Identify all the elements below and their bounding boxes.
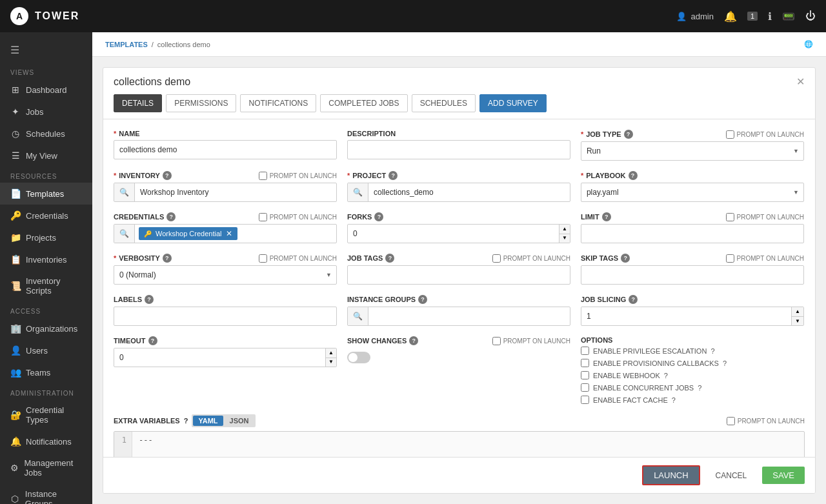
credentials-help-icon[interactable]: ? [166, 212, 176, 221]
option-concurrent-checkbox[interactable] [581, 383, 589, 392]
verbosity-prompt-checkbox[interactable] [259, 254, 267, 263]
info-icon[interactable]: ℹ [768, 10, 772, 23]
tab-add-survey[interactable]: ADD SURVEY [479, 94, 547, 112]
globe-icon[interactable]: 🌐 [804, 40, 813, 48]
json-tab[interactable]: JSON [225, 416, 254, 426]
breadcrumb-parent-link[interactable]: TEMPLATES [105, 41, 148, 48]
sidebar-item-organizations[interactable]: 🏢 Organizations [0, 318, 92, 339]
option-fact-cache-help-icon[interactable]: ? [672, 396, 676, 404]
forks-increment[interactable]: ▲ [559, 225, 570, 234]
verbosity-select[interactable]: 0 (Normal) 1 (Verbose) 2 (More Verbose) … [114, 265, 337, 285]
job-slicing-help-icon[interactable]: ? [629, 295, 638, 304]
sidebar-item-templates[interactable]: 📄 Templates [0, 183, 92, 205]
yaml-tab[interactable]: YAML [193, 416, 223, 426]
credentials-search-button[interactable]: 🔍 [114, 225, 135, 243]
sidebar-item-credentials[interactable]: 🔑 Credentials [0, 205, 92, 227]
credentials-prompt-checkbox[interactable] [259, 213, 267, 221]
job-type-select[interactable]: Run Check [581, 141, 804, 161]
bell-icon[interactable]: 🔔 [724, 10, 737, 23]
sidebar-item-jobs[interactable]: ✦ Jobs [0, 101, 92, 123]
project-input[interactable] [368, 183, 570, 201]
timeout-help-icon[interactable]: ? [148, 336, 157, 345]
job-tags-input[interactable] [347, 265, 570, 285]
inventory-search-button[interactable]: 🔍 [114, 183, 135, 201]
description-input[interactable] [347, 140, 570, 159]
option-webhook-checkbox[interactable] [581, 371, 589, 379]
timeout-increment[interactable]: ▲ [326, 348, 336, 358]
option-concurrent-help-icon[interactable]: ? [698, 384, 701, 392]
sidebar-item-instance-groups[interactable]: ⬡ Instance Groups [0, 483, 92, 504]
extra-vars-prompt-checkbox[interactable] [727, 417, 735, 425]
job-tags-prompt-checkbox[interactable] [492, 254, 501, 263]
sidebar-item-users[interactable]: 👤 Users [0, 339, 92, 361]
tab-completed-jobs[interactable]: COMPLETED JOBS [320, 94, 407, 112]
launch-button[interactable]: LAUNCH [642, 465, 700, 485]
job-tags-help-icon[interactable]: ? [385, 254, 394, 263]
sidebar-item-dashboard[interactable]: ⊞ Dashboard [0, 79, 92, 101]
inventory-help-icon[interactable]: ? [163, 171, 172, 180]
limit-input[interactable] [581, 224, 804, 243]
option-privilege-help-icon[interactable]: ? [710, 347, 714, 355]
show-changes-prompt-checkbox[interactable] [492, 337, 501, 345]
sidebar-item-schedules[interactable]: ◷ Schedules [0, 123, 92, 145]
sidebar-item-notifications[interactable]: 🔔 Notifications [0, 430, 92, 452]
inventory-input[interactable] [135, 183, 336, 201]
option-provisioning-checkbox[interactable] [581, 359, 589, 367]
sidebar-section-resources: RESOURCES [0, 166, 92, 183]
credential-tag-remove[interactable]: ✕ [226, 229, 232, 238]
job-slicing-input[interactable] [581, 307, 791, 325]
form-close-button[interactable]: ✕ [796, 76, 805, 88]
limit-help-icon[interactable]: ? [602, 212, 611, 221]
sidebar-item-projects[interactable]: 📁 Projects [0, 227, 92, 248]
extra-vars-help-icon[interactable]: ? [184, 417, 188, 425]
skip-tags-input[interactable] [581, 265, 804, 285]
tab-permissions[interactable]: PERMISSIONS [166, 94, 236, 112]
show-changes-toggle[interactable] [347, 352, 370, 363]
inventory-prompt-checkbox[interactable] [259, 172, 267, 180]
job-slicing-increment[interactable]: ▲ [792, 307, 803, 317]
sidebar-item-management-jobs[interactable]: ⚙ Management Jobs [0, 452, 92, 483]
hamburger-icon[interactable]: ☰ [0, 37, 92, 63]
save-button[interactable]: SAVE [762, 467, 805, 484]
tab-schedules[interactable]: SCHEDULES [412, 94, 476, 112]
sidebar-item-teams[interactable]: 👥 Teams [0, 361, 92, 383]
option-privilege-escalation-checkbox[interactable] [581, 347, 589, 355]
timeout-input[interactable] [114, 348, 325, 367]
labels-input[interactable] [114, 307, 337, 326]
cancel-button[interactable]: CANCEL [705, 467, 758, 484]
skip-tags-help-icon[interactable]: ? [621, 254, 630, 263]
name-input[interactable] [114, 140, 337, 159]
option-webhook-help-icon[interactable]: ? [664, 372, 668, 379]
code-content[interactable]: --- [132, 432, 804, 457]
playbook-select[interactable]: play.yaml [581, 183, 804, 202]
option-fact-cache-checkbox[interactable] [581, 396, 589, 404]
project-search-button[interactable]: 🔍 [348, 183, 368, 201]
skip-tags-prompt-checkbox[interactable] [726, 254, 734, 263]
job-slicing-decrement[interactable]: ▼ [792, 317, 803, 326]
verbosity-help-icon[interactable]: ? [163, 254, 172, 263]
sidebar-item-credential-types[interactable]: 🔐 Credential Types [0, 399, 92, 430]
job-type-help-icon[interactable]: ? [624, 130, 633, 139]
sidebar-item-my-view[interactable]: ☰ My View [0, 145, 92, 166]
forks-input[interactable] [348, 225, 559, 243]
forks-decrement[interactable]: ▼ [559, 234, 570, 243]
user-menu[interactable]: 👤 admin [676, 12, 713, 21]
forks-help-icon[interactable]: ? [374, 212, 383, 221]
tab-details[interactable]: DETAILS [114, 94, 162, 112]
terminal-icon[interactable]: 📟 [782, 10, 795, 23]
form-title: collections demo [114, 76, 190, 88]
job-type-prompt-checkbox[interactable] [726, 130, 734, 139]
option-provisioning-help-icon[interactable]: ? [723, 359, 727, 367]
labels-help-icon[interactable]: ? [145, 295, 154, 304]
instance-groups-input[interactable] [368, 307, 570, 325]
playbook-help-icon[interactable]: ? [629, 171, 638, 180]
show-changes-help-icon[interactable]: ? [409, 336, 418, 345]
project-help-icon[interactable]: ? [388, 171, 398, 180]
sidebar-item-inventories[interactable]: 📋 Inventories [0, 248, 92, 270]
power-icon[interactable]: ⏻ [805, 10, 816, 22]
timeout-decrement[interactable]: ▼ [326, 358, 336, 367]
limit-prompt-checkbox[interactable] [726, 213, 734, 221]
tab-notifications[interactable]: NOTIFICATIONS [240, 94, 316, 112]
sidebar-item-inventory-scripts[interactable]: 📜 Inventory Scripts [0, 270, 92, 301]
instance-groups-help-icon[interactable]: ? [418, 295, 427, 304]
